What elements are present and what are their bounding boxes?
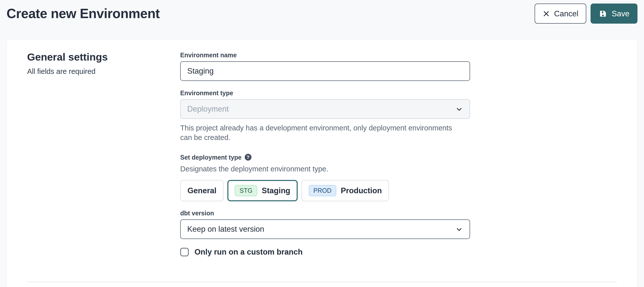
section-intro: General settings All fields are required <box>14 51 180 76</box>
environment-type-label: Environment type <box>180 89 470 97</box>
divider <box>27 282 617 282</box>
save-icon <box>599 9 607 18</box>
create-environment-page: Create new Environment Cancel Save Gener… <box>0 0 644 287</box>
header-actions: Cancel Save <box>535 4 637 24</box>
cancel-button-label: Cancel <box>554 10 578 18</box>
dbt-version-select[interactable]: Keep on latest version <box>180 219 470 239</box>
environment-form: Environment name Environment type Deploy… <box>180 51 470 257</box>
environment-type-helper: This project already has a development e… <box>180 123 464 142</box>
page-title: Create new Environment <box>7 6 160 21</box>
dbt-version-value: Keep on latest version <box>187 225 264 234</box>
chevron-down-icon <box>455 225 463 233</box>
deployment-type-option-staging[interactable]: STG Staging <box>227 180 297 201</box>
environment-name-input[interactable] <box>180 61 470 81</box>
chevron-down-icon <box>455 105 463 113</box>
custom-branch-checkbox[interactable] <box>180 248 189 256</box>
dbt-version-label: dbt version <box>180 209 470 217</box>
deployment-type-description: Designates the deployment environment ty… <box>180 164 470 174</box>
prod-badge: PROD <box>309 185 336 196</box>
close-icon <box>543 10 550 17</box>
custom-branch-row: Only run on a custom branch <box>180 248 470 257</box>
environment-type-field: Environment type Deployment This project… <box>180 89 470 142</box>
environment-name-label: Environment name <box>180 51 470 59</box>
save-button-label: Save <box>612 10 629 18</box>
section-heading: General settings <box>27 51 180 63</box>
section-subheading: All fields are required <box>27 67 180 76</box>
general-settings-card: General settings All fields are required… <box>7 39 637 287</box>
deployment-type-field: Set deployment type ? Designates the dep… <box>180 154 470 202</box>
deployment-type-option-general[interactable]: General <box>180 180 224 201</box>
deployment-type-label: Set deployment type <box>180 154 242 161</box>
help-icon[interactable]: ? <box>245 154 251 161</box>
environment-type-select: Deployment <box>180 99 470 119</box>
save-button[interactable]: Save <box>591 4 637 24</box>
page-header: Create new Environment Cancel Save <box>0 0 644 24</box>
option-staging-label: Staging <box>262 187 290 195</box>
environment-name-field: Environment name <box>180 51 470 81</box>
environment-type-value: Deployment <box>187 105 229 114</box>
option-production-label: Production <box>341 187 382 195</box>
deployment-type-options: General STG Staging PROD Production <box>180 180 470 201</box>
custom-branch-label[interactable]: Only run on a custom branch <box>195 248 303 257</box>
dbt-version-field: dbt version Keep on latest version <box>180 209 470 239</box>
deployment-type-option-production[interactable]: PROD Production <box>301 180 389 201</box>
cancel-button[interactable]: Cancel <box>535 4 587 24</box>
stg-badge: STG <box>235 185 257 196</box>
option-general-label: General <box>187 187 216 195</box>
